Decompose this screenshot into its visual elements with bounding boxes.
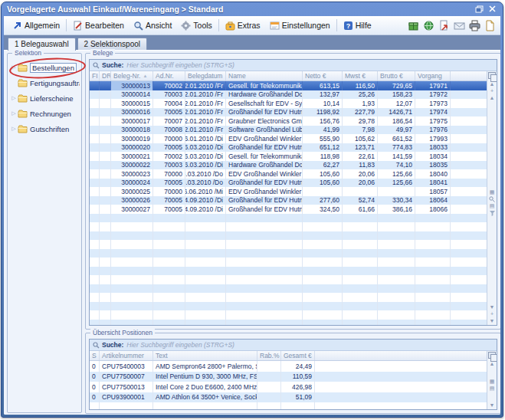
belege-row[interactable]: 300000267000514.09.2010 /DiGroßhandel fü… [90, 196, 487, 205]
column-header-6[interactable]: Netto € [303, 71, 343, 80]
cell [90, 205, 100, 214]
sidebar-item-2[interactable]: ▷Lieferscheine [10, 90, 80, 106]
row-insert-icon[interactable]: + [490, 88, 494, 95]
column-header-7[interactable]: Mwst € [343, 71, 378, 80]
search-icon [93, 62, 100, 69]
cell [111, 275, 153, 284]
column-header-9[interactable]: Vorgang [415, 71, 451, 80]
position-row[interactable]: 0CPU77500013Intel Core 2 Duo E6600, 2400… [90, 382, 487, 392]
card-view-icon[interactable]: ▦ [490, 189, 495, 196]
column-header-1[interactable]: DR [100, 71, 111, 80]
column-header-1[interactable]: Artikelnummer [100, 351, 153, 360]
column-header-4[interactable]: Gesamt € [281, 351, 315, 360]
column-chooser-icon[interactable] [488, 352, 496, 359]
row-append-icon[interactable]: + [490, 311, 494, 318]
scroll-top-icon[interactable]: ▲ [490, 81, 495, 88]
cell [303, 320, 343, 326]
menu-tools[interactable]: Tools [176, 19, 217, 32]
filter-icon[interactable] [489, 210, 496, 217]
belege-row[interactable]: 300000167000522.01.2010 /FrGroßhandel fü… [90, 108, 487, 117]
positionen-search-input[interactable]: Suche: Hier Suchbegriff eingeben (STRG+S… [90, 340, 497, 351]
column-header-8[interactable]: Brutto € [378, 71, 415, 80]
tab-belegauswahl[interactable]: 1 Belegauswahl [8, 38, 76, 51]
cell [343, 284, 378, 294]
cell [303, 258, 343, 267]
restore-window-icon[interactable] [474, 5, 484, 14]
new-page-icon[interactable] [483, 19, 497, 32]
column-header-5[interactable]: Name [226, 71, 303, 80]
menu-hilfe[interactable]: ? Hilfe [339, 19, 376, 32]
package-icon[interactable] [406, 19, 420, 32]
column-header-3[interactable]: Ad.Nr. [153, 71, 185, 80]
cell [153, 310, 185, 320]
belege-row[interactable]: 300000207000516.03.2010 /DiGroßhandel fü… [90, 143, 487, 153]
cell: 324,50 [303, 205, 343, 214]
export-document-icon[interactable] [437, 19, 451, 32]
position-row[interactable]: 0CPU77500007Intel Pentium D 930, 3000 MH… [90, 372, 487, 382]
column-header-4[interactable]: Belegdatum [185, 71, 226, 80]
belege-row[interactable]: 300000137000222.01.2010 /FrGesell. für T… [90, 81, 487, 90]
sidebar-item-label: Bestellungen [30, 63, 77, 73]
belege-row[interactable]: 300000147000322.01.2010 /FrHardware Groß… [90, 90, 487, 100]
menubar: Allgemein Bearbeiten Ansicht Tools Extra… [4, 16, 500, 35]
cell: 125,66 [378, 169, 415, 179]
scroll-up-icon[interactable]: ▲ [490, 361, 495, 368]
cell: 70007 [153, 116, 185, 126]
printer-icon[interactable] [467, 19, 481, 32]
scroll-down-icon[interactable]: ▼ [490, 402, 495, 409]
cell-filler [451, 267, 487, 276]
belege-row[interactable]: 300000197000026.01.2010 /DiEDV Großhande… [90, 134, 487, 143]
cell: 0 [90, 361, 100, 372]
zoom-row-icon[interactable] [489, 196, 495, 203]
belege-row[interactable]: 300000247000518.03.2010 /DoGroßhandel fü… [90, 179, 487, 188]
menu-bearbeiten[interactable]: Bearbeiten [68, 19, 129, 32]
expander-icon[interactable]: ▷ [10, 126, 18, 132]
cell [153, 275, 185, 284]
cell [90, 152, 100, 161]
cell [378, 267, 415, 276]
scroll-bottom-icon[interactable]: ▼ [490, 318, 495, 325]
close-window-icon[interactable] [487, 5, 497, 14]
band-view-icon[interactable]: ▤ [490, 386, 495, 392]
sidebar-item-1[interactable]: Fertigungsaufträge [10, 75, 80, 90]
belege-row[interactable]: 300000187000822.01.2010 /FrSoftware Groß… [90, 126, 487, 135]
cell [111, 258, 153, 267]
menu-einstellungen[interactable]: Einstellungen [265, 19, 335, 32]
globe-icon[interactable] [421, 19, 435, 32]
column-header-0[interactable]: FI [90, 71, 100, 80]
card-view-icon[interactable]: ▦ [490, 379, 495, 386]
belege-row[interactable]: 300000257000016.06.2010 /MiEDV Großhande… [90, 187, 487, 196]
band-view-icon[interactable]: ▤ [490, 203, 495, 210]
menu-ansicht[interactable]: Ansicht [129, 19, 176, 32]
sidebar-item-0[interactable]: ▷Bestellungen [10, 60, 80, 75]
expander-icon[interactable]: ▷ [10, 110, 18, 116]
belege-row[interactable]: 300000277000514.09.2010 /DiGroßhandel fü… [90, 205, 487, 214]
mail-icon[interactable] [452, 19, 466, 32]
belege-row[interactable]: 300000217000216.03.2010 /DiGesell. für T… [90, 152, 487, 161]
expander-icon[interactable]: ▷ [10, 64, 18, 71]
belege-row[interactable]: 300000237000018.03.2010 /DoEDV Großhande… [90, 169, 487, 179]
belege-search-input[interactable]: Suche: Hier Suchbegriff eingeben (STRG+S… [90, 60, 497, 71]
expander-icon[interactable]: ▷ [10, 95, 18, 101]
position-row[interactable]: 0CPU93900001AMD Athlon 64 3500+ Venice, … [90, 392, 487, 403]
menu-allgemein[interactable]: Allgemein [8, 19, 64, 32]
tab-selektionspool[interactable]: 2 Selektionspool [77, 38, 147, 50]
column-header-2[interactable]: Text [153, 351, 257, 360]
column-header-0[interactable]: S [90, 351, 100, 360]
cell [415, 214, 451, 223]
scroll-down-icon[interactable]: ▼ [490, 304, 495, 311]
sidebar-item-3[interactable]: ▷Rechnungen [10, 106, 80, 121]
settings-window-icon [270, 21, 280, 31]
scroll-up-icon[interactable]: ▲ [490, 95, 495, 102]
column-header-3[interactable]: Rab.% [257, 351, 281, 360]
cell [303, 222, 343, 231]
column-header-2[interactable]: Beleg-Nr.▲ [111, 71, 153, 80]
sidebar-item-4[interactable]: ▷Gutschriften [10, 121, 80, 136]
belege-row[interactable]: 300000157000422.01.2010 /FrGesellschaft … [90, 99, 487, 108]
belege-row[interactable]: 300000227000316.03.2010 /DiHardware Groß… [90, 161, 487, 170]
belege-row[interactable]: 300000177000722.01.2010 /FrGraubner Elec… [90, 116, 487, 126]
menu-extras[interactable]: Extras [221, 19, 265, 32]
column-chooser-icon[interactable] [488, 72, 496, 79]
cell: 30000014 [111, 90, 153, 100]
position-row[interactable]: 0CPU75400003AMD Sempron64 2800+ Palermo,… [90, 361, 487, 372]
